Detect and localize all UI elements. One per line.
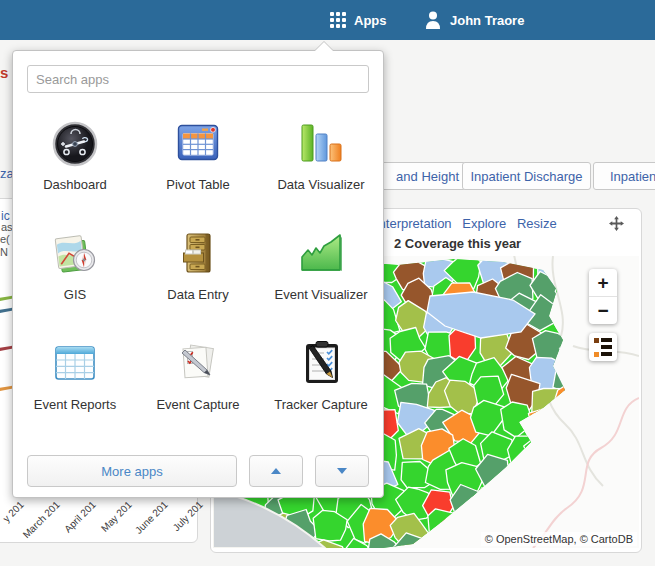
app-event-visualizer[interactable]: Event Visualizer — [260, 217, 383, 327]
apps-grid: Dashboard Pivot Table — [13, 107, 383, 437]
app-label: Event Capture — [156, 397, 239, 412]
map-attribution: © OpenStreetMap, © CartoDB — [481, 532, 637, 546]
app-label: GIS — [64, 287, 86, 302]
dashboard-icon — [51, 119, 99, 167]
app-event-reports[interactable]: Event Reports — [14, 327, 137, 437]
map-zoom-controls: + − — [589, 269, 617, 324]
more-apps-button[interactable]: More apps — [27, 455, 237, 487]
scroll-down-button[interactable] — [315, 455, 369, 487]
apps-grid-icon — [330, 12, 346, 28]
app-label: Tracker Capture — [274, 397, 367, 412]
tracker-capture-icon — [297, 339, 345, 387]
pivot-table-icon — [174, 119, 222, 167]
apps-menu-footer: More apps — [27, 455, 369, 487]
tab-label: Inpatient — [610, 169, 655, 184]
dashboard-tab-inpatient[interactable]: Inpatient — [593, 162, 655, 190]
map-legend-button[interactable] — [589, 333, 617, 361]
widget-header-links: Interpretation Explore Resize — [375, 216, 564, 231]
app-event-capture[interactable]: Event Capture — [137, 327, 260, 437]
app-label: Event Reports — [34, 397, 116, 412]
dashboard-tab-inpatient-discharge[interactable]: Inpatient Discharge — [462, 162, 591, 190]
app-label: Data Visualizer — [277, 177, 364, 192]
event-capture-icon — [174, 339, 222, 387]
interpretation-link[interactable]: Interpretation — [375, 216, 452, 231]
user-name: John Traore — [450, 13, 524, 28]
resize-link[interactable]: Resize — [517, 216, 557, 231]
data-entry-icon — [174, 229, 222, 277]
top-bar: Apps John Traore — [0, 0, 655, 40]
text-fragment: s — [0, 64, 8, 81]
app-tracker-capture[interactable]: Tracker Capture — [260, 327, 383, 437]
tab-label: Inpatient Discharge — [470, 169, 582, 184]
text-fragment: as — [1, 221, 13, 233]
move-widget-icon[interactable] — [609, 216, 624, 231]
down-arrow-icon — [337, 468, 347, 474]
app-label: Dashboard — [43, 177, 107, 192]
tab-label: and Height — [396, 169, 459, 184]
scroll-up-button[interactable] — [249, 455, 303, 487]
app-gis[interactable]: GIS — [14, 217, 137, 327]
search-apps-input[interactable] — [27, 65, 369, 93]
legend-icon — [594, 338, 612, 357]
user-menu-button[interactable]: John Traore — [424, 0, 524, 40]
up-arrow-icon — [271, 468, 281, 474]
app-data-entry[interactable]: Data Entry — [137, 217, 260, 327]
zoom-out-button[interactable]: − — [589, 296, 617, 324]
apps-button-label: Apps — [354, 13, 387, 28]
event-reports-icon — [51, 339, 99, 387]
data-visualizer-icon — [297, 119, 345, 167]
user-icon — [424, 10, 442, 30]
event-visualizer-icon — [297, 229, 345, 277]
app-label: Event Visualizer — [275, 287, 368, 302]
apps-menu-button[interactable]: Apps — [330, 0, 387, 40]
map-widget-title: 2 Coverage this year — [394, 236, 521, 251]
app-label: Pivot Table — [166, 177, 229, 192]
zoom-in-button[interactable]: + — [589, 269, 617, 296]
page: { "topbar": { "apps_label": "Apps", "use… — [0, 0, 655, 566]
text-fragment: e( — [0, 233, 10, 245]
app-pivot-table[interactable]: Pivot Table — [137, 107, 260, 217]
app-dashboard[interactable]: Dashboard — [14, 107, 137, 217]
app-label: Data Entry — [167, 287, 228, 302]
text-fragment: N — [0, 246, 8, 258]
explore-link[interactable]: Explore — [462, 216, 506, 231]
app-data-visualizer[interactable]: Data Visualizer — [260, 107, 383, 217]
gis-icon — [51, 229, 99, 277]
apps-dropdown: Dashboard Pivot Table — [12, 50, 384, 498]
